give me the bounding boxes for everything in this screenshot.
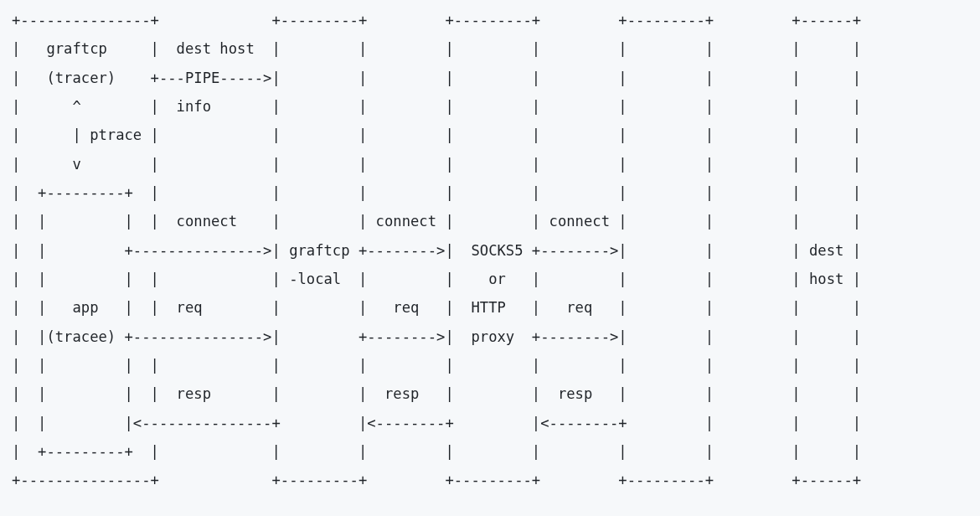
ascii-diagram: +---------------+ +---------+ +---------… xyxy=(0,0,873,503)
ascii-diagram-code: +---------------+ +---------+ +---------… xyxy=(12,12,861,488)
